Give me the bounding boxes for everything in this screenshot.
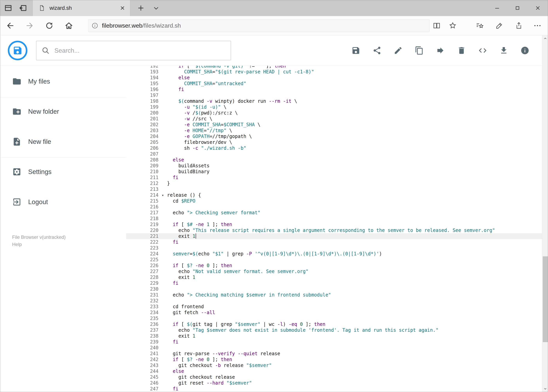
copy-icon[interactable] bbox=[415, 46, 424, 55]
code-line-226[interactable]: 226 if [ $? -ne 0 ]; then bbox=[126, 263, 542, 268]
search-box[interactable] bbox=[36, 41, 231, 60]
vertical-scrollbar[interactable] bbox=[542, 35, 548, 392]
code-line-238[interactable]: 238 exit 1 bbox=[126, 333, 542, 339]
code-line-193[interactable]: 193 COMMIT_SHA="$(git rev-parse HEAD | c… bbox=[126, 69, 542, 75]
code-line-217[interactable]: 217 echo "> Checking semver format" bbox=[126, 210, 542, 216]
code-line-232[interactable]: 232 bbox=[126, 298, 542, 304]
code-line-223[interactable]: 223 bbox=[126, 245, 542, 251]
forward-icon[interactable] bbox=[25, 21, 34, 30]
code-line-246[interactable]: 246 git reset --hard "$semver" bbox=[126, 380, 542, 386]
code-line-204[interactable]: 204 -e GOPATH=//tmp/gopath \ bbox=[126, 133, 542, 139]
delete-icon[interactable] bbox=[457, 46, 466, 55]
code-line-199[interactable]: 199 -u "$(id -u)" \ bbox=[126, 104, 542, 110]
code-line-212[interactable]: 212} bbox=[126, 181, 542, 186]
download-icon[interactable] bbox=[499, 46, 508, 55]
code-line-198[interactable]: 198 $(command -v winpty) docker run --rm… bbox=[126, 98, 542, 104]
code-line-218[interactable]: 218 bbox=[126, 216, 542, 222]
code-line-237[interactable]: 237 echo "Tag $semver does not exist in … bbox=[126, 327, 542, 333]
code-line-240[interactable]: 240 bbox=[126, 345, 542, 351]
new-tab-icon[interactable] bbox=[137, 4, 145, 12]
code-line-216[interactable]: 216 bbox=[126, 204, 542, 210]
code-line-222[interactable]: 222 fi bbox=[126, 239, 542, 245]
move-icon[interactable] bbox=[436, 46, 445, 55]
help-link[interactable]: Help bbox=[12, 241, 66, 248]
code-line-211[interactable]: 211 fi bbox=[126, 175, 542, 181]
code-line-228[interactable]: 228 exit 1 bbox=[126, 274, 542, 280]
sidebar-item-settings[interactable]: Settings bbox=[0, 162, 126, 182]
refresh-icon[interactable] bbox=[45, 21, 54, 30]
hub-icon[interactable] bbox=[475, 21, 484, 30]
sidebar-item-new-folder[interactable]: New folder bbox=[0, 102, 126, 121]
code-line-244[interactable]: 244 else bbox=[126, 368, 542, 374]
code-line-196[interactable]: 196 fi bbox=[126, 86, 542, 92]
code-line-220[interactable]: 220 echo "This release script requires a… bbox=[126, 227, 542, 233]
code-line-245[interactable]: 245 git checkout release bbox=[126, 374, 542, 380]
back-icon[interactable] bbox=[6, 21, 14, 30]
code-line-224[interactable]: 224 semver=$(echo "$1" | grep -P '^v(0|[… bbox=[126, 251, 542, 257]
reading-view-icon[interactable] bbox=[432, 21, 441, 30]
tab-preview-icon[interactable] bbox=[4, 4, 13, 12]
favorite-star-icon[interactable] bbox=[448, 21, 457, 30]
code-line-192[interactable]: 192 if [ "$(command -v git)" != "" ]; th… bbox=[126, 66, 542, 69]
code-line-234[interactable]: 234 git fetch --all bbox=[126, 310, 542, 315]
code-line-241[interactable]: 241 git rev-parse --verify --quiet relea… bbox=[126, 351, 542, 357]
save-icon[interactable] bbox=[351, 46, 360, 55]
code-line-247[interactable]: 247 fi bbox=[126, 386, 542, 392]
code-line-209[interactable]: 209 buildAssets bbox=[126, 163, 542, 169]
close-button[interactable] bbox=[528, 0, 548, 16]
code-line-225[interactable]: 225 bbox=[126, 257, 542, 263]
search-input[interactable] bbox=[54, 47, 219, 54]
more-options-icon[interactable] bbox=[533, 21, 542, 30]
code-line-200[interactable]: 200 -v /$(pwd):/src:z \ bbox=[126, 110, 542, 116]
share-icon[interactable] bbox=[373, 46, 382, 55]
scrollbar-thumb[interactable] bbox=[543, 256, 548, 342]
code-line-230[interactable]: 230 bbox=[126, 286, 542, 292]
code-line-231[interactable]: 231 echo "> Checking matching $semver in… bbox=[126, 292, 542, 298]
code-line-227[interactable]: 227 echo "Not valid semver format. See s… bbox=[126, 268, 542, 274]
site-info-icon[interactable] bbox=[91, 22, 98, 29]
maximize-button[interactable] bbox=[507, 0, 528, 16]
code-line-239[interactable]: 239 fi bbox=[126, 339, 542, 345]
code-line-221[interactable]: 221 exit 1 bbox=[126, 233, 542, 239]
code-line-205[interactable]: 205 filebrowser/dev \ bbox=[126, 139, 542, 145]
code-line-194[interactable]: 194 else bbox=[126, 75, 542, 81]
edit-icon[interactable] bbox=[394, 46, 403, 55]
code-editor[interactable]: 192 if [ "$(command -v git)" != "" ]; th… bbox=[126, 66, 542, 392]
address-bar[interactable]: filebrowser.web/files/wizard.sh bbox=[88, 19, 430, 32]
code-line-213[interactable]: 213 bbox=[126, 186, 542, 192]
info-icon[interactable] bbox=[520, 46, 529, 55]
code-line-229[interactable]: 229 fi bbox=[126, 280, 542, 286]
code-line-207[interactable]: 207 bbox=[126, 151, 542, 157]
code-line-202[interactable]: 202 -e COMMIT_SHA=$COMMIT_SHA \ bbox=[126, 122, 542, 128]
fold-marker-icon[interactable]: ▾ bbox=[159, 192, 167, 198]
code-line-242[interactable]: 242 if [ $? -ne 0 ]; then bbox=[126, 357, 542, 363]
tab-close-icon[interactable] bbox=[119, 5, 126, 11]
tab-list-chevron-icon[interactable] bbox=[153, 5, 160, 12]
code-line-206[interactable]: 206 sh -c "./wizard.sh -b" bbox=[126, 145, 542, 151]
home-icon[interactable] bbox=[65, 21, 73, 30]
code-icon[interactable] bbox=[478, 46, 487, 55]
sidebar-item-logout[interactable]: Logout bbox=[0, 192, 126, 212]
code-line-214[interactable]: 214▾release () { bbox=[126, 192, 542, 198]
sidebar-item-my-files[interactable]: My files bbox=[0, 72, 126, 91]
minimize-button[interactable] bbox=[487, 0, 507, 16]
code-line-243[interactable]: 243 git checkout -b release "$semver" bbox=[126, 363, 542, 368]
code-line-203[interactable]: 203 -e HOME="//tmp" \ bbox=[126, 128, 542, 133]
scroll-up-icon[interactable] bbox=[542, 35, 548, 42]
share-icon[interactable] bbox=[514, 21, 523, 30]
code-line-210[interactable]: 210 buildBinary bbox=[126, 169, 542, 175]
web-notes-icon[interactable] bbox=[495, 21, 504, 30]
code-line-219[interactable]: 219 if [ $# -ne 1 ]; then bbox=[126, 222, 542, 227]
scroll-down-icon[interactable] bbox=[542, 385, 548, 392]
code-line-235[interactable]: 235 bbox=[126, 315, 542, 321]
code-line-233[interactable]: 233 cd frontend bbox=[126, 304, 542, 310]
code-line-208[interactable]: 208 else bbox=[126, 157, 542, 163]
sidebar-item-new-file[interactable]: New file bbox=[0, 132, 126, 152]
code-line-195[interactable]: 195 COMMIT_SHA="untracked" bbox=[126, 81, 542, 86]
code-line-197[interactable]: 197 bbox=[126, 92, 542, 98]
code-line-236[interactable]: 236 if [ $(git tag | grep "$semver" | wc… bbox=[126, 321, 542, 327]
tabs-set-aside-icon[interactable] bbox=[19, 4, 28, 12]
browser-tab[interactable]: wizard.sh bbox=[33, 0, 130, 16]
code-line-215[interactable]: 215 cd $REPO bbox=[126, 198, 542, 204]
code-line-201[interactable]: 201 -w //src \ bbox=[126, 116, 542, 122]
